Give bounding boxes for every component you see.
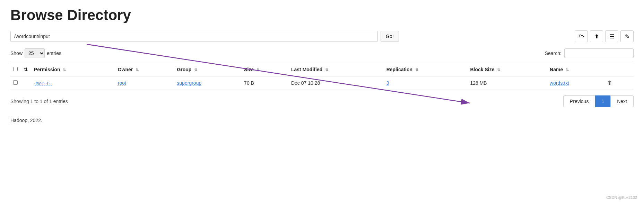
copyright-text: Hadoop, 2022. xyxy=(10,118,634,123)
row-checkbox-cell xyxy=(10,76,21,90)
upload-icon: ⬆ xyxy=(594,33,599,40)
size-sort-icon: ⇅ xyxy=(256,68,260,72)
previous-button[interactable]: Previous xyxy=(563,95,595,107)
last-modified-label: Last Modified xyxy=(291,67,322,72)
row-checkbox[interactable] xyxy=(13,80,18,85)
owner-header[interactable]: Owner ⇅ xyxy=(115,63,174,76)
owner-link[interactable]: root xyxy=(118,80,126,86)
sort-arrows-icon: ⇅ xyxy=(24,67,28,72)
showing-text: Showing 1 to 1 of 1 entries xyxy=(10,99,68,104)
entries-label: entries xyxy=(47,50,61,56)
group-header[interactable]: Group ⇅ xyxy=(174,63,241,76)
permission-cell: -rw-r--r-- xyxy=(31,76,115,90)
show-label: Show xyxy=(10,50,23,56)
table-row: -rw-r--r-- root supergroup 70 B Dec 07 1… xyxy=(10,76,634,90)
owner-sort-icon: ⇅ xyxy=(136,68,139,72)
replication-header[interactable]: Replication ⇅ xyxy=(384,63,468,76)
group-sort-icon: ⇅ xyxy=(194,68,197,72)
list-icon: ☰ xyxy=(609,33,614,40)
actions-cell: 🗑 xyxy=(603,76,634,90)
name-label: Name xyxy=(550,67,563,72)
table-header-row: ⇅ Permission ⇅ Owner ⇅ Group ⇅ Size ⇅ La… xyxy=(10,63,634,76)
replication-sort-icon: ⇅ xyxy=(415,68,418,72)
replication-link[interactable]: 3 xyxy=(386,80,389,86)
owner-label: Owner xyxy=(118,67,133,72)
folder-icon: 🗁 xyxy=(578,33,584,39)
go-button[interactable]: Go! xyxy=(381,31,399,42)
name-sort-icon: ⇅ xyxy=(566,68,569,72)
permission-label: Permission xyxy=(34,67,60,72)
filename-link[interactable]: words.txt xyxy=(550,80,569,86)
block-size-label: Block Size xyxy=(470,67,494,72)
size-label: Size xyxy=(244,67,254,72)
page-title: Browse Directory xyxy=(10,7,634,24)
delete-button[interactable]: 🗑 xyxy=(606,80,614,86)
search-label: Search: xyxy=(545,50,562,56)
footer-row: Showing 1 to 1 of 1 entries Previous 1 N… xyxy=(10,95,634,107)
select-all-header xyxy=(10,63,21,76)
select-all-checkbox[interactable] xyxy=(13,67,18,71)
group-link[interactable]: supergroup xyxy=(177,80,201,86)
actions-header xyxy=(603,63,634,76)
permission-header[interactable]: Permission ⇅ xyxy=(31,63,115,76)
replication-cell: 3 xyxy=(384,76,468,90)
size-header[interactable]: Size ⇅ xyxy=(241,63,288,76)
page-number-button[interactable]: 1 xyxy=(595,95,610,107)
permission-link[interactable]: -rw-r--r-- xyxy=(34,80,52,86)
block-size-sort-icon: ⇅ xyxy=(497,68,500,72)
row-sort-header: ⇅ xyxy=(21,63,31,76)
path-bar: Go! 🗁 ⬆ ☰ ✎ xyxy=(10,30,634,42)
last-modified-header[interactable]: Last Modified ⇅ xyxy=(288,63,384,76)
row-sort-cell xyxy=(21,76,31,90)
entries-select[interactable]: 10 25 50 100 xyxy=(25,48,45,58)
directory-table: ⇅ Permission ⇅ Owner ⇅ Group ⇅ Size ⇅ La… xyxy=(10,63,634,90)
rename-icon: ✎ xyxy=(625,33,629,40)
folder-icon-button[interactable]: 🗁 xyxy=(575,30,588,42)
block-size-header[interactable]: Block Size ⇅ xyxy=(467,63,547,76)
path-input[interactable] xyxy=(10,31,378,42)
controls-row: Show 10 25 50 100 entries Search: xyxy=(10,48,634,58)
owner-cell: root xyxy=(115,76,174,90)
search-input[interactable] xyxy=(564,48,634,58)
permission-sort-icon: ⇅ xyxy=(63,68,66,72)
list-icon-button[interactable]: ☰ xyxy=(605,30,618,42)
rename-icon-button[interactable]: ✎ xyxy=(620,30,634,42)
watermark: CSDN @Kox2102 xyxy=(606,195,637,200)
name-header[interactable]: Name ⇅ xyxy=(547,63,603,76)
name-cell: words.txt xyxy=(547,76,603,90)
last-modified-sort-icon: ⇅ xyxy=(325,68,328,72)
replication-label: Replication xyxy=(386,67,412,72)
group-cell: supergroup xyxy=(174,76,241,90)
group-label: Group xyxy=(177,67,191,72)
size-cell: 70 B xyxy=(241,76,288,90)
next-button[interactable]: Next xyxy=(610,95,634,107)
last-modified-cell: Dec 07 10:28 xyxy=(288,76,384,90)
pagination: Previous 1 Next xyxy=(563,95,634,107)
search-area: Search: xyxy=(545,48,634,58)
block-size-cell: 128 MB xyxy=(467,76,547,90)
upload-icon-button[interactable]: ⬆ xyxy=(590,30,603,42)
icon-buttons: 🗁 ⬆ ☰ ✎ xyxy=(575,30,634,42)
